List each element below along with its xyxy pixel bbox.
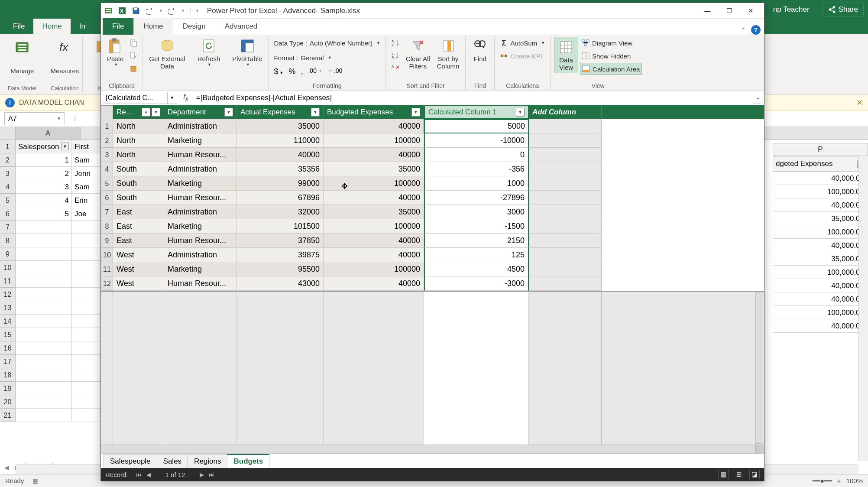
row-header[interactable]: 20 — [0, 395, 16, 409]
copy-icon[interactable] — [128, 37, 139, 49]
grid-row-header[interactable]: 4 — [101, 162, 113, 176]
row-header[interactable]: 14 — [0, 315, 16, 328]
status-macro-icon[interactable]: ▦ — [32, 477, 39, 485]
datatype-selector[interactable]: Data Type : Auto (Whole Number) ▼ — [272, 37, 382, 49]
grid-cell[interactable]: Administration — [164, 205, 237, 219]
cell[interactable] — [72, 368, 102, 382]
grid-row-header[interactable]: 8 — [101, 219, 113, 234]
cell[interactable]: 40,000.00 — [773, 172, 868, 185]
increase-decimal-icon[interactable]: .00→ — [308, 67, 322, 76]
grid-cell[interactable]: 35356 — [237, 162, 324, 176]
cell[interactable]: Sam — [72, 153, 102, 167]
grid-row-header[interactable]: 6 — [101, 191, 113, 205]
cell[interactable] — [72, 301, 102, 315]
grid-cell[interactable]: 40000 — [237, 148, 324, 162]
grid-row-header[interactable]: 12 — [101, 276, 113, 291]
excel-tab-insert[interactable]: In — [71, 19, 94, 34]
pp-tab-file[interactable]: File — [103, 18, 133, 35]
grid-cell-calculated[interactable]: 1000 — [424, 176, 529, 191]
zoom-level[interactable]: 100% — [846, 477, 863, 484]
cell[interactable] — [16, 355, 72, 368]
decrease-decimal-icon[interactable]: ←.00 — [328, 67, 342, 76]
cell[interactable] — [72, 234, 102, 247]
grid-row-header[interactable]: 5 — [101, 176, 113, 191]
grid-cell-add[interactable] — [529, 191, 602, 205]
grid-cell[interactable]: East — [113, 205, 164, 219]
grid-cell[interactable]: 35000 — [324, 205, 424, 219]
header-salesperson[interactable]: Salesperson▼ — [16, 140, 72, 153]
grid-cell[interactable]: 95500 — [237, 262, 324, 276]
grid-cell[interactable]: 40000 — [324, 234, 424, 248]
clear-filters-button[interactable]: Clear All Filters — [403, 37, 433, 71]
cell[interactable]: Jenn — [72, 167, 102, 180]
create-kpi-button[interactable]: Create KPI — [498, 50, 547, 62]
cell[interactable] — [72, 409, 102, 422]
sheet-nav-prev-icon[interactable]: ◀ — [4, 464, 13, 471]
ribbon-refresh-button[interactable]: Refresh▼ — [191, 35, 227, 90]
col-header-actual[interactable]: Actual Expenses▼ — [237, 105, 324, 119]
grid-cell-calculated[interactable]: -10000 — [424, 133, 529, 148]
grid-cell[interactable]: West — [113, 276, 164, 291]
column-name-box[interactable]: [Calculated C... — [103, 92, 168, 104]
namebox-dropdown-icon[interactable]: ▼ — [57, 116, 61, 121]
grid-row-header[interactable]: 2 — [101, 133, 113, 148]
grid-cell[interactable]: North — [113, 148, 164, 162]
cell[interactable]: 100,000.00 — [773, 225, 868, 239]
grid-cell[interactable]: 37850 — [237, 234, 324, 248]
grid-cell[interactable]: Human Resour... — [164, 276, 237, 291]
grid-cell[interactable]: 39875 — [237, 248, 324, 262]
pp-minimize-button[interactable]: — — [696, 3, 718, 18]
grid-cell[interactable]: 110000 — [237, 133, 324, 148]
row-header[interactable]: 17 — [0, 355, 16, 368]
grid-cell[interactable]: 40000 — [324, 276, 424, 291]
grid-cell-calculated[interactable]: -356 — [424, 162, 529, 176]
row-header[interactable]: 19 — [0, 382, 16, 395]
cell[interactable]: 3 — [16, 180, 72, 194]
cell[interactable] — [72, 274, 102, 288]
sheet-tab-regions[interactable]: Regions — [188, 455, 227, 468]
record-next-icon[interactable]: ▶ — [197, 471, 207, 478]
row-header[interactable]: 9 — [0, 247, 16, 261]
row-header[interactable]: 18 — [0, 368, 16, 382]
cell[interactable] — [72, 328, 102, 341]
excel-tab-home[interactable]: Home — [33, 19, 70, 34]
cell[interactable] — [16, 382, 72, 395]
row-header[interactable]: 11 — [0, 274, 16, 288]
grid-cell[interactable]: Marketing — [164, 219, 237, 234]
cell[interactable]: 40,000.00 — [773, 198, 868, 212]
cell[interactable]: 35,000.00 — [773, 252, 868, 266]
grid-cell-add[interactable] — [529, 133, 602, 148]
cell[interactable]: 40,000.00 — [773, 279, 868, 292]
grid-cell[interactable]: 40000 — [324, 191, 424, 205]
cell[interactable]: 40,000.00 — [773, 239, 868, 252]
col-header-budget[interactable]: Budgeted Expenses▼ — [324, 105, 424, 119]
ribbon-collapse-icon[interactable]: ⌃ — [741, 26, 746, 33]
cell[interactable]: 4 — [16, 194, 72, 207]
pp-close-button[interactable]: ✕ — [740, 3, 761, 18]
col-header-calculated[interactable]: Calculated Column 1▼ — [424, 105, 529, 119]
row-header[interactable]: 6 — [0, 207, 16, 221]
grid-cell[interactable]: Administration — [164, 248, 237, 262]
grid-cell[interactable]: 35000 — [237, 119, 324, 133]
msgbar-close-button[interactable]: ✕ — [856, 98, 863, 107]
grid-horizontal-scrollbar[interactable] — [101, 445, 764, 453]
grid-cell-calculated[interactable]: 5000 — [424, 119, 529, 133]
pp-titlebar[interactable]: X ▼ ▼ | ▼ Power Pivot for Excel - Advanc… — [101, 3, 764, 19]
record-prev-icon[interactable]: ◀ — [144, 471, 153, 478]
grid-cell[interactable]: East — [113, 234, 164, 248]
formula-expand-icon[interactable]: ⌄ — [753, 92, 762, 104]
cell[interactable] — [16, 395, 72, 409]
sheet-tab-budgets[interactable]: Budgets — [227, 454, 269, 468]
data-view-button[interactable]: Data View — [554, 37, 578, 73]
grid-cell[interactable]: Human Resour... — [164, 234, 237, 248]
row-header[interactable]: 5 — [0, 194, 16, 207]
grid-cell-calculated[interactable]: 2150 — [424, 234, 529, 248]
grid-cell-add[interactable] — [529, 262, 602, 276]
grid-cell-calculated[interactable]: -1500 — [424, 219, 529, 234]
header-first[interactable]: First — [72, 140, 102, 153]
grid-cell[interactable]: 100000 — [324, 133, 424, 148]
grid-cell[interactable]: 99000 — [237, 176, 324, 191]
cell[interactable]: 1 — [16, 153, 72, 167]
row-header[interactable]: 13 — [0, 301, 16, 315]
cell[interactable] — [72, 247, 102, 261]
